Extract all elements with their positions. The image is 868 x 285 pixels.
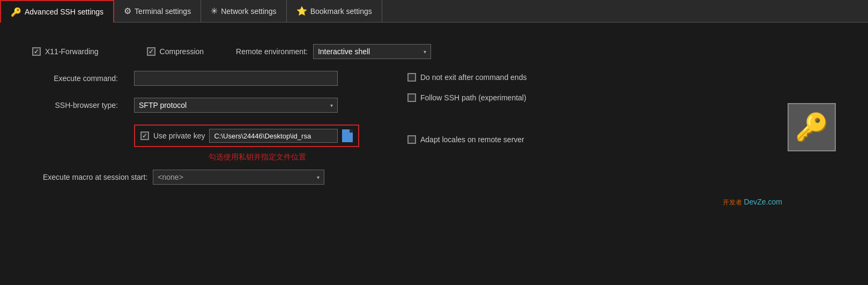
remote-environment-value: Interactive shell [318,47,370,56]
do-not-exit-checkbox[interactable] [407,73,416,82]
left-column: Execute command: SSH-browser type: SFTP … [32,71,397,196]
watermark: 开发者 DevZe.com [723,198,782,207]
do-not-exit-group[interactable]: Do not exit after command ends [407,73,836,82]
watermark-label: 开发者 [723,199,742,206]
use-private-key-checkbox[interactable] [140,131,149,140]
x11-forwarding-label: X11-Forwarding [45,47,99,56]
tab-terminal-label: Terminal settings [135,7,191,16]
x11-forwarding-checkbox-group[interactable]: X11-Forwarding [32,47,99,56]
ssh-browser-dropdown-arrow: ▾ [330,103,333,108]
private-key-path-input[interactable] [209,129,338,143]
remote-environment-label: Remote environment: [236,47,308,56]
adapt-locales-label: Adapt locales on remote server [420,135,524,144]
key-tab-icon: 🔑 [11,7,21,17]
x11-forwarding-checkbox[interactable] [32,47,41,56]
network-tab-icon: ✳ [211,6,218,16]
compression-checkbox[interactable] [147,47,155,56]
ssh-browser-type-value: SFTP protocol [139,101,187,109]
adapt-locales-checkbox[interactable] [407,135,416,144]
follow-ssh-path-group[interactable]: Follow SSH path (experimental) [407,93,836,102]
remote-environment-group: Remote environment: Interactive shell ▾ [236,44,431,59]
follow-ssh-path-checkbox[interactable] [407,93,416,102]
private-key-row-wrapper: Use private key [32,125,397,147]
execute-macro-row: Execute macro at session start: <none> ▾ [32,170,397,185]
execute-command-label: Execute command: [32,74,118,83]
remote-environment-dropdown-arrow: ▾ [424,49,426,55]
use-private-key-label: Use private key [153,131,205,140]
row-top-options: X11-Forwarding Compression Remote enviro… [32,44,836,59]
key-image: 🔑 [788,103,836,151]
execute-macro-label: Execute macro at session start: [43,173,147,181]
ssh-browser-type-dropdown[interactable]: SFTP protocol ▾ [134,98,338,113]
main-content: X11-Forwarding Compression Remote enviro… [0,23,868,213]
ssh-browser-type-label: SSH-browser type: [32,101,118,109]
follow-ssh-path-label: Follow SSH path (experimental) [420,93,526,102]
annotation-text: 勾选使用私钥并指定文件位置 [118,152,397,162]
tab-terminal-settings[interactable]: ⚙ Terminal settings [114,0,201,22]
remote-environment-dropdown[interactable]: Interactive shell ▾ [313,44,431,59]
ssh-browser-type-row: SSH-browser type: SFTP protocol ▾ [32,98,397,113]
compression-checkbox-group[interactable]: Compression [147,47,204,56]
right-column: Do not exit after command ends Follow SS… [397,71,836,196]
compression-label: Compression [160,47,204,56]
adapt-locales-group[interactable]: Adapt locales on remote server [407,135,836,144]
star-tab-icon: ⭐ [296,6,307,16]
private-key-section: Use private key [134,125,359,147]
execute-command-input[interactable] [134,71,338,86]
tab-advanced-ssh-label: Advanced SSH settings [25,8,103,16]
tab-bookmark-settings[interactable]: ⭐ Bookmark settings [287,0,382,22]
watermark-text: DevZe.com [744,198,782,206]
do-not-exit-label: Do not exit after command ends [420,73,526,82]
tab-bookmark-label: Bookmark settings [310,7,372,16]
main-cols: Execute command: SSH-browser type: SFTP … [32,71,836,196]
gear-tab-icon: ⚙ [124,6,131,16]
tab-bar: 🔑 Advanced SSH settings ⚙ Terminal setti… [0,0,868,23]
tab-advanced-ssh[interactable]: 🔑 Advanced SSH settings [0,0,114,23]
execute-macro-value: <none> [158,173,183,181]
tab-network-label: Network settings [221,7,276,16]
macro-dropdown-arrow: ▾ [317,174,320,180]
file-browse-icon[interactable] [342,129,353,142]
execute-command-row: Execute command: [32,71,397,86]
key-icon: 🔑 [795,112,828,143]
tab-network-settings[interactable]: ✳ Network settings [201,0,286,22]
execute-macro-dropdown[interactable]: <none> ▾ [153,170,324,185]
